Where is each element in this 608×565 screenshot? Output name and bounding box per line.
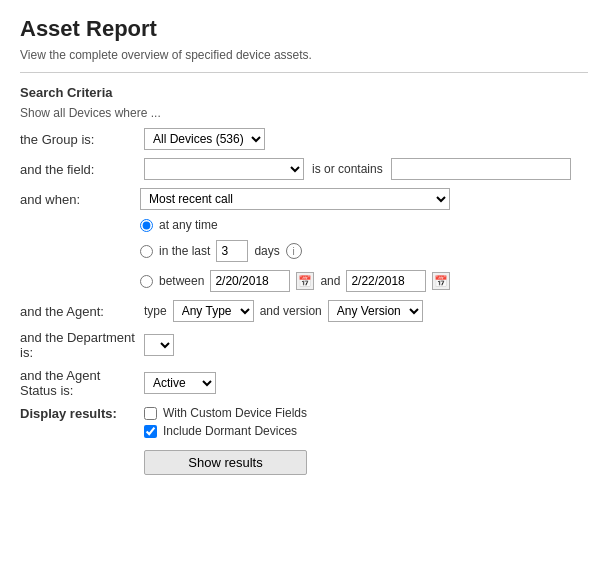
info-icon: i (286, 243, 302, 259)
agent-status-row: and the Agent Status is: Active Inactive… (20, 368, 588, 398)
page-title: Asset Report (20, 16, 588, 42)
include-dormant-row: Include Dormant Devices (144, 424, 307, 438)
at-any-time-radio[interactable] (140, 219, 153, 232)
agent-version-label: and version (260, 304, 322, 318)
and-date-label: and (320, 274, 340, 288)
date-to-input[interactable] (346, 270, 426, 292)
field-row: and the field: is or contains (20, 158, 588, 180)
group-row: the Group is: All Devices (536) (20, 128, 588, 150)
contains-input[interactable] (391, 158, 571, 180)
at-any-time-row: at any time (140, 218, 450, 232)
display-results-block: With Custom Device Fields Include Dorman… (144, 406, 307, 475)
page-subtitle: View the complete overview of specified … (20, 48, 588, 62)
show-all-label: Show all Devices where ... (20, 106, 588, 120)
calendar-to-icon[interactable]: 📅 (432, 272, 450, 290)
at-any-time-label: at any time (159, 218, 218, 232)
when-row: and when: Most recent call at any time i… (20, 188, 588, 292)
agent-status-label: and the Agent Status is: (20, 368, 140, 398)
when-select[interactable]: Most recent call (140, 188, 450, 210)
in-the-last-label: in the last (159, 244, 210, 258)
custom-fields-row: With Custom Device Fields (144, 406, 307, 420)
in-the-last-row: in the last days i (140, 240, 450, 262)
custom-fields-checkbox[interactable] (144, 407, 157, 420)
department-row: and the Department is: (20, 330, 588, 360)
display-results-label: Display results: (20, 406, 140, 421)
show-results-button[interactable]: Show results (144, 450, 307, 475)
days-input[interactable] (216, 240, 248, 262)
group-label: the Group is: (20, 132, 140, 147)
between-radio[interactable] (140, 275, 153, 288)
include-dormant-label: Include Dormant Devices (163, 424, 297, 438)
between-label: between (159, 274, 204, 288)
include-dormant-checkbox[interactable] (144, 425, 157, 438)
group-select[interactable]: All Devices (536) (144, 128, 265, 150)
agent-controls: type Any Type and version Any Version (144, 300, 423, 322)
agent-row: and the Agent: type Any Type and version… (20, 300, 588, 322)
is-or-contains-label: is or contains (312, 162, 383, 176)
agent-version-select[interactable]: Any Version (328, 300, 423, 322)
field-select[interactable] (144, 158, 304, 180)
department-label: and the Department is: (20, 330, 140, 360)
agent-type-label: type (144, 304, 167, 318)
when-block: Most recent call at any time in the last… (140, 188, 450, 292)
section-divider (20, 72, 588, 73)
field-label: and the field: (20, 162, 140, 177)
department-select[interactable] (144, 334, 174, 356)
calendar-from-icon[interactable]: 📅 (296, 272, 314, 290)
between-row: between 📅 and 📅 (140, 270, 450, 292)
date-from-input[interactable] (210, 270, 290, 292)
agent-type-select[interactable]: Any Type (173, 300, 254, 322)
when-label: and when: (20, 188, 140, 207)
search-criteria-heading: Search Criteria (20, 85, 588, 100)
custom-fields-label: With Custom Device Fields (163, 406, 307, 420)
in-the-last-radio[interactable] (140, 245, 153, 258)
display-results-row: Display results: With Custom Device Fiel… (20, 406, 588, 475)
agent-label: and the Agent: (20, 304, 140, 319)
days-label: days (254, 244, 279, 258)
agent-status-select[interactable]: Active Inactive Any (144, 372, 216, 394)
